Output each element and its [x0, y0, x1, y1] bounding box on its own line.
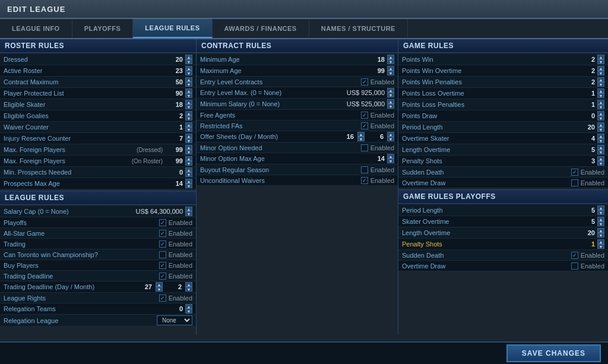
playoffs-checkbox[interactable]: ✓: [159, 219, 166, 226]
points-draw-spinner[interactable]: ▲▼: [597, 111, 604, 121]
trading-deadline-month-spinner[interactable]: ▲▼: [185, 282, 192, 292]
playoffs-length-ot-spinner[interactable]: ▲▼: [597, 228, 604, 238]
points-loss-ot-value: 1: [577, 90, 595, 97]
min-prospects-spinner[interactable]: ▲▼: [185, 167, 192, 177]
trading-deadline-label: Trading Deadline: [4, 273, 159, 280]
list-item: Playoffs ✓ Enabled: [0, 217, 196, 228]
trading-deadline-day-label: Trading Deadline (Day / Month): [4, 283, 134, 290]
points-loss-pen-spinner[interactable]: ▲▼: [597, 100, 604, 109]
trading-deadline-checkbox[interactable]: ✓: [159, 273, 166, 280]
list-item: Free Agents ✓ Enabled: [197, 110, 398, 121]
list-item: Prospects Max Age 14 ▲▼: [0, 178, 196, 189]
eligible-goalies-spinner[interactable]: ▲▼: [185, 111, 192, 121]
eligible-skater-spinner[interactable]: ▲▼: [185, 100, 192, 109]
entry-level-checkbox[interactable]: ✓: [361, 78, 368, 86]
overtime-skater-spinner[interactable]: ▲▼: [597, 134, 604, 143]
playoffs-sudden-death-checkbox-row: ✓ Enabled: [571, 252, 604, 259]
list-item: Points Loss Overtime 1 ▲▼: [398, 88, 608, 99]
minor-option-needed-checkbox[interactable]: [361, 144, 368, 151]
playoffs-period-length-spinner[interactable]: ▲▼: [597, 205, 604, 215]
playoffs-penalty-shots-spinner[interactable]: ▲▼: [597, 239, 604, 249]
relegation-league-select[interactable]: None: [157, 315, 192, 325]
min-age-spinner[interactable]: ▲▼: [387, 55, 394, 64]
restricted-fas-checkbox[interactable]: ✓: [361, 122, 368, 129]
prospects-max-age-label: Prospects Max Age: [4, 180, 165, 187]
list-item: Relegation League None: [0, 315, 196, 327]
toronto-checkbox[interactable]: [159, 251, 166, 258]
sudden-death-checkbox[interactable]: ✓: [571, 169, 578, 176]
overtime-draw-checkbox[interactable]: [571, 179, 578, 186]
offer-sheets-day-spinner[interactable]: ▲▼: [357, 132, 365, 141]
list-item: Trading ✓ Enabled: [0, 239, 196, 249]
free-agents-checkbox[interactable]: ✓: [361, 112, 368, 119]
list-item: Minor Option Max Age 14 ▲▼: [197, 153, 398, 164]
league-rights-enabled: Enabled: [169, 295, 192, 302]
tab-awards-finances[interactable]: AWARDS / FINANCES: [213, 19, 309, 38]
trading-checkbox[interactable]: ✓: [159, 240, 166, 248]
player-protected-spinner[interactable]: ▲▼: [185, 88, 192, 98]
buyout-regular-checkbox[interactable]: [361, 166, 368, 173]
max-foreign-dressed-spinner[interactable]: ▲▼: [185, 145, 192, 154]
period-length-spinner[interactable]: ▲▼: [597, 122, 604, 132]
buyout-regular-label: Buyout Regular Season: [200, 166, 361, 173]
trading-deadline-day-spinner[interactable]: ▲▼: [156, 282, 163, 292]
list-item: Points Loss Penalties 1 ▲▼: [398, 99, 608, 110]
points-loss-ot-label: Points Loss Overtime: [402, 90, 577, 97]
min-salary-spinner[interactable]: ▲▼: [387, 99, 394, 109]
buy-players-checkbox[interactable]: ✓: [159, 262, 166, 269]
relegation-teams-value: 0: [165, 305, 183, 312]
tab-names-structure[interactable]: NAMES / STRUCTURE: [309, 19, 408, 38]
penalty-shots-label: Penalty Shots: [402, 157, 577, 164]
penalty-shots-spinner[interactable]: ▲▼: [597, 156, 604, 166]
max-foreign-roster-spinner[interactable]: ▲▼: [185, 156, 192, 166]
dressed-spinner[interactable]: ▲▼: [185, 55, 192, 64]
free-agents-checkbox-row: ✓ Enabled: [361, 112, 394, 119]
playoffs-sudden-death-checkbox[interactable]: ✓: [571, 252, 578, 259]
playoffs-overtime-draw-checkbox[interactable]: [571, 262, 578, 270]
list-item: Trading Deadline (Day / Month) 27 ▲▼ 2 ▲…: [0, 281, 196, 293]
injury-reserve-spinner[interactable]: ▲▼: [185, 134, 192, 143]
prospects-max-age-spinner[interactable]: ▲▼: [185, 179, 192, 188]
points-win-pen-spinner[interactable]: ▲▼: [597, 77, 604, 87]
waiver-counter-spinner[interactable]: ▲▼: [185, 122, 192, 132]
points-loss-ot-spinner[interactable]: ▲▼: [597, 88, 604, 98]
salary-cap-value: US$ 64,300,000: [135, 208, 183, 215]
active-roster-spinner[interactable]: ▲▼: [185, 66, 192, 75]
points-win-spinner[interactable]: ▲▼: [597, 55, 604, 64]
points-win-value: 2: [577, 56, 595, 63]
tab-league-info[interactable]: LEAGUE INFO: [0, 19, 72, 38]
playoffs-skater-ot-value: 5: [577, 218, 595, 225]
league-rights-checkbox[interactable]: ✓: [159, 295, 166, 302]
roster-rules-body: Dressed 20 ▲▼ Active Roster 23 ▲▼ Contra…: [0, 53, 196, 191]
relegation-teams-spinner[interactable]: ▲▼: [185, 304, 192, 314]
length-overtime-spinner[interactable]: ▲▼: [597, 145, 604, 154]
playoffs-overtime-draw-label: Overtime Draw: [402, 262, 571, 270]
playoffs-skater-ot-spinner[interactable]: ▲▼: [597, 217, 604, 226]
playoffs-length-ot-value: 20: [577, 229, 595, 236]
offer-sheets-month-spinner[interactable]: ▲▼: [387, 132, 394, 141]
entry-level-max-spinner[interactable]: ▲▼: [387, 88, 394, 97]
buy-players-checkbox-row: ✓ Enabled: [159, 262, 192, 269]
minor-option-max-age-spinner[interactable]: ▲▼: [387, 154, 394, 163]
tab-league-rules[interactable]: LEAGUE RULES: [133, 19, 212, 38]
list-item: Period Length 20 ▲▼: [398, 122, 608, 133]
unconditional-waivers-checkbox[interactable]: ✓: [361, 177, 368, 184]
list-item: Max. Foreign Players (On Roster) 99 ▲▼: [0, 156, 196, 167]
minor-option-needed-checkbox-row: Enabled: [361, 144, 394, 151]
salary-cap-spinner[interactable]: ▲▼: [185, 207, 192, 216]
save-changes-button[interactable]: SAVE CHANGES: [506, 344, 601, 362]
playoffs-enabled: Enabled: [169, 219, 192, 226]
allstar-checkbox[interactable]: ✓: [159, 230, 166, 237]
tab-playoffs[interactable]: PLAYOFFS: [72, 19, 134, 38]
max-age-spinner[interactable]: ▲▼: [387, 66, 394, 75]
overtime-skater-label: Overtime Skater: [402, 135, 577, 142]
trading-deadline-day-values: 27 ▲▼ 2 ▲▼: [134, 282, 192, 292]
contract-max-spinner[interactable]: ▲▼: [185, 77, 192, 87]
list-item: Max. Foreign Players (Dressed) 99 ▲▼: [0, 144, 196, 156]
eligible-goalies-label: Eligible Goalies: [4, 112, 165, 119]
trading-deadline-checkbox-row: ✓ Enabled: [159, 273, 192, 280]
list-item: Penalty Shots 3 ▲▼: [398, 156, 608, 167]
playoffs-checkbox-row: ✓ Enabled: [159, 219, 192, 226]
points-win-ot-spinner[interactable]: ▲▼: [597, 66, 604, 75]
buy-players-label: Buy Players: [4, 262, 159, 269]
